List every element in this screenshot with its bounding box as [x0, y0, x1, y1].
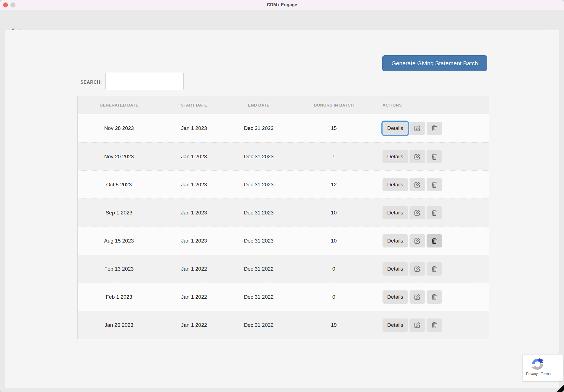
- edit-button[interactable]: [410, 122, 425, 135]
- cell-generated-date: Nov 20 2023: [78, 154, 160, 160]
- table-row: Feb 13 2023 Jan 1 2022 Dec 31 2022 0 Det…: [78, 255, 489, 283]
- edit-icon: [414, 181, 421, 188]
- cell-donors-in-batch: 12: [290, 182, 378, 188]
- delete-button[interactable]: [427, 122, 442, 135]
- cell-actions: Details: [378, 262, 488, 276]
- table-row: Oct 5 2023 Jan 1 2023 Dec 31 2023 12 Det…: [78, 170, 489, 198]
- trash-icon: [431, 293, 438, 301]
- minimize-window-button[interactable]: [10, 2, 15, 7]
- edit-icon: [414, 265, 421, 273]
- cell-generated-date: Nov 28 2023: [78, 125, 160, 131]
- table-header-row: GENERATED DATE START DATE END DATE DONOR…: [78, 96, 489, 114]
- cell-end-date: Dec 31 2023: [228, 238, 290, 244]
- edit-icon: [414, 209, 421, 216]
- app-window: CDM+ Engage Generate Giving Statement Ba…: [0, 0, 564, 392]
- cell-actions: Details: [378, 234, 488, 247]
- details-button[interactable]: Details: [383, 122, 408, 135]
- edit-button[interactable]: [410, 178, 425, 191]
- cell-end-date: Dec 31 2023: [228, 154, 290, 160]
- cell-donors-in-batch: 15: [290, 125, 378, 131]
- cell-start-date: Jan 1 2022: [160, 266, 228, 272]
- cell-donors-in-batch: 1: [290, 154, 378, 160]
- cell-start-date: Jan 1 2023: [160, 210, 228, 216]
- delete-button[interactable]: [427, 234, 442, 247]
- search-input[interactable]: [105, 72, 184, 90]
- details-button[interactable]: Details: [383, 206, 408, 219]
- cell-actions: Details: [378, 150, 488, 163]
- close-window-button[interactable]: [3, 2, 8, 7]
- cell-actions: Details: [378, 178, 488, 191]
- column-header-generated-date: GENERATED DATE: [78, 103, 160, 107]
- edit-button[interactable]: [410, 318, 425, 332]
- cell-generated-date: Feb 1 2023: [78, 294, 160, 300]
- recaptcha-badge[interactable]: Privacy - Terms: [522, 354, 563, 381]
- cell-generated-date: Sep 1 2023: [78, 210, 160, 216]
- details-button[interactable]: Details: [383, 262, 408, 276]
- cell-generated-date: Feb 13 2023: [78, 266, 160, 272]
- cell-generated-date: Jan 26 2023: [78, 322, 160, 328]
- details-button[interactable]: Details: [383, 318, 408, 332]
- table-row: Sep 1 2023 Jan 1 2023 Dec 31 2023 10 Det…: [78, 198, 489, 227]
- edit-button[interactable]: [410, 150, 425, 163]
- trash-icon: [431, 322, 438, 329]
- edit-icon: [414, 153, 421, 160]
- table-row: Jan 26 2023 Jan 1 2022 Dec 31 2022 19 De…: [78, 311, 489, 339]
- cell-end-date: Dec 31 2022: [228, 294, 290, 300]
- details-button[interactable]: Details: [383, 150, 408, 163]
- mouse-cursor: [556, 385, 564, 392]
- cell-start-date: Jan 1 2023: [160, 125, 228, 131]
- delete-button[interactable]: [427, 290, 442, 304]
- edit-icon: [414, 125, 421, 132]
- cell-start-date: Jan 1 2023: [160, 154, 228, 160]
- delete-button[interactable]: [427, 206, 442, 219]
- edit-button[interactable]: [410, 206, 425, 219]
- delete-button[interactable]: [427, 178, 442, 191]
- column-header-start-date: START DATE: [160, 103, 228, 107]
- cell-start-date: Jan 1 2022: [160, 322, 228, 328]
- table-row: Aug 15 2023 Jan 1 2023 Dec 31 2023 10 De…: [78, 227, 489, 255]
- table-row: Nov 20 2023 Jan 1 2023 Dec 31 2023 1 Det…: [78, 142, 489, 170]
- recaptcha-privacy-terms-link[interactable]: Privacy - Terms: [526, 372, 551, 376]
- cell-end-date: Dec 31 2023: [228, 182, 290, 188]
- trash-icon: [431, 153, 438, 160]
- details-button[interactable]: Details: [383, 178, 408, 191]
- cell-end-date: Dec 31 2022: [228, 266, 290, 272]
- search-label: SEARCH:: [80, 80, 105, 85]
- cell-donors-in-batch: 0: [290, 294, 378, 300]
- cell-actions: Details: [378, 290, 488, 304]
- delete-button[interactable]: [427, 318, 442, 332]
- cell-start-date: Jan 1 2022: [160, 294, 228, 300]
- delete-button[interactable]: [427, 262, 442, 276]
- cell-start-date: Jan 1 2023: [160, 238, 228, 244]
- cell-donors-in-batch: 19: [290, 322, 378, 328]
- main-content: Generate Giving Statement Batch SEARCH: …: [5, 30, 559, 388]
- details-button[interactable]: Details: [383, 290, 408, 304]
- column-header-actions: ACTIONS: [378, 103, 488, 107]
- edit-button[interactable]: [410, 234, 425, 247]
- trash-icon: [431, 181, 438, 188]
- trash-icon: [431, 125, 438, 132]
- cell-actions: Details: [378, 206, 488, 219]
- cell-donors-in-batch: 0: [290, 266, 378, 272]
- giving-statement-batches-table: GENERATED DATE START DATE END DATE DONOR…: [77, 96, 489, 339]
- edit-button[interactable]: [410, 290, 425, 304]
- cell-donors-in-batch: 10: [290, 210, 378, 216]
- traffic-lights: [3, 2, 15, 7]
- edit-button[interactable]: [410, 262, 425, 276]
- table-row: Nov 28 2023 Jan 1 2023 Dec 31 2023 15 De…: [78, 114, 489, 142]
- delete-button[interactable]: [427, 150, 442, 163]
- trash-icon: [431, 209, 438, 216]
- recaptcha-logo-icon: [530, 357, 545, 371]
- trash-icon: [431, 265, 438, 273]
- cell-generated-date: Oct 5 2023: [78, 182, 160, 188]
- window-title: CDM+ Engage: [267, 2, 297, 7]
- generate-giving-statement-batch-button[interactable]: Generate Giving Statement Batch: [382, 55, 487, 71]
- cell-end-date: Dec 31 2022: [228, 322, 290, 328]
- details-button[interactable]: Details: [383, 234, 408, 247]
- titlebar: CDM+ Engage: [0, 0, 564, 10]
- edit-icon: [414, 293, 421, 301]
- table-row: Feb 1 2023 Jan 1 2022 Dec 31 2022 0 Deta…: [78, 283, 489, 311]
- table-body: Nov 28 2023 Jan 1 2023 Dec 31 2023 15 De…: [78, 114, 489, 339]
- column-header-donors-in-batch: DONORS IN BATCH: [290, 103, 378, 107]
- cell-start-date: Jan 1 2023: [160, 182, 228, 188]
